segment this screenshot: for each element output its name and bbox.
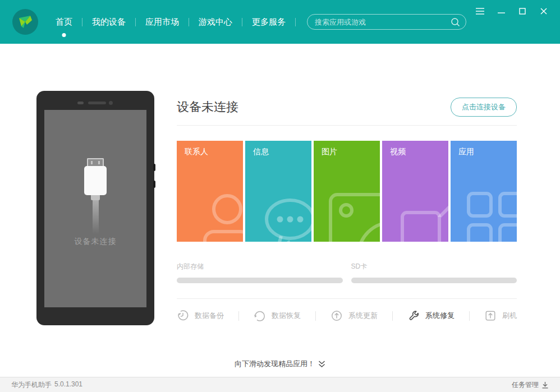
- photos-icon: [327, 191, 380, 242]
- nav-item-app-market[interactable]: 应用市场: [136, 17, 189, 27]
- window-controls: [472, 6, 551, 16]
- version-label: 5.0.1.301: [54, 380, 82, 390]
- nav-separator: [295, 18, 296, 26]
- double-chevron-down-icon: [318, 360, 325, 368]
- main-content: 设备未连接 设备未连接 点击连接设备 联系人: [0, 44, 560, 377]
- sd-card-storage: SD卡: [351, 262, 517, 283]
- photos-icon-label: 图片: [322, 147, 372, 157]
- search-icon[interactable]: [451, 17, 460, 27]
- usb-plug-body: [84, 166, 107, 195]
- backup-clock-icon: [177, 310, 189, 322]
- nav-item-game-center-label: 游戏中心: [199, 17, 232, 26]
- toolbar-separator: [469, 311, 470, 321]
- nav-item-home-label: 首页: [56, 17, 72, 26]
- data-backup-label: 数据备份: [195, 311, 224, 321]
- toolbar-separator: [392, 311, 393, 321]
- contacts-icon: [198, 192, 243, 242]
- connect-device-button[interactable]: 点击连接设备: [451, 98, 517, 117]
- tile-apps[interactable]: 应用: [451, 141, 517, 242]
- phone-speaker: [77, 102, 84, 104]
- nav-item-app-market-label: 应用市场: [145, 17, 179, 26]
- usb-neck: [91, 195, 100, 200]
- apps-icon: [465, 190, 517, 242]
- phone-side-button: [153, 164, 155, 171]
- internal-storage: 内部存储: [177, 262, 343, 283]
- sd-card-storage-bar: [351, 278, 517, 283]
- nav-item-my-devices[interactable]: 我的设备: [82, 17, 135, 27]
- menu-icon[interactable]: [472, 6, 487, 16]
- usb-connector: [87, 158, 104, 166]
- messages-icon: [261, 196, 311, 242]
- sd-card-label: SD卡: [351, 262, 517, 271]
- app-version: 华为手机助手 5.0.1.301: [11, 380, 82, 390]
- system-repair-label: 系统修复: [425, 311, 455, 321]
- usb-cable-icon: [84, 158, 107, 234]
- wrench-icon: [407, 310, 420, 322]
- tile-videos-label: 视频: [390, 147, 440, 157]
- nav-item-home[interactable]: 首页: [46, 17, 82, 27]
- tile-videos[interactable]: 视频: [382, 141, 448, 242]
- phone-camera-dot: [109, 101, 113, 105]
- tile-messages-label: 信息: [253, 147, 304, 157]
- category-tiles: 联系人 信息: [177, 141, 517, 242]
- titlebar: 首页 我的设备 应用市场 游戏中心 更多服务: [0, 0, 560, 44]
- hisuite-logo-icon: [12, 9, 38, 35]
- restore-arrow-icon: [254, 310, 266, 322]
- task-manager-button[interactable]: 任务管理: [512, 380, 549, 390]
- data-restore-label: 数据恢复: [272, 311, 301, 321]
- phone-screen: 设备未连接: [44, 110, 146, 307]
- app-window: 首页 我的设备 应用市场 游戏中心 更多服务: [0, 0, 560, 392]
- device-panel: 设备未连接 点击连接设备 联系人 信息: [177, 98, 517, 322]
- active-tab-dot: [62, 33, 66, 37]
- close-button[interactable]: [536, 6, 551, 16]
- storage-section: 内部存储 SD卡: [177, 262, 517, 283]
- nav-item-my-devices-label: 我的设备: [92, 17, 126, 26]
- tile-apps-label: 应用: [458, 147, 509, 157]
- system-update-button[interactable]: 系统更新: [331, 310, 378, 322]
- search-box[interactable]: [307, 14, 466, 30]
- tile-pictures[interactable]: 图片: [314, 141, 380, 242]
- maximize-button[interactable]: [515, 6, 530, 16]
- phone-side-button: [153, 181, 155, 188]
- flash-upload-icon: [484, 310, 497, 322]
- internal-storage-label: 内部存储: [177, 262, 343, 271]
- status-bar: 华为手机助手 5.0.1.301 任务管理: [0, 377, 560, 392]
- download-tasks-icon: [541, 381, 549, 389]
- tile-messages[interactable]: 信息: [245, 141, 311, 242]
- system-repair-button[interactable]: 系统修复: [407, 310, 455, 322]
- data-restore-button[interactable]: 数据恢复: [254, 310, 301, 322]
- page-title: 设备未连接: [177, 99, 238, 116]
- logo-bird-icon: [16, 12, 35, 31]
- tile-contacts-label: 联系人: [185, 147, 235, 157]
- scroll-down-hint[interactable]: 向下滑动发现精品应用！: [0, 359, 560, 369]
- data-backup-button[interactable]: 数据备份: [177, 310, 224, 322]
- nav-item-game-center[interactable]: 游戏中心: [189, 17, 242, 27]
- tools-toolbar: 数据备份 数据恢复: [177, 310, 517, 322]
- nav-item-more-services[interactable]: 更多服务: [242, 17, 295, 27]
- internal-storage-bar: [177, 278, 343, 283]
- nav-item-more-services-label: 更多服务: [252, 17, 286, 26]
- app-name-label: 华为手机助手: [11, 380, 52, 390]
- flash-rom-button[interactable]: 刷机: [484, 310, 517, 322]
- flash-rom-label: 刷机: [502, 311, 517, 321]
- tile-contacts[interactable]: 联系人: [177, 141, 243, 242]
- videos-icon: [400, 197, 448, 242]
- search-input[interactable]: [315, 18, 451, 26]
- toolbar-separator: [238, 311, 239, 321]
- divider: [177, 125, 517, 126]
- divider: [177, 298, 517, 299]
- usb-wire: [93, 200, 99, 234]
- toolbar-separator: [315, 311, 316, 321]
- update-arrow-icon: [331, 310, 343, 322]
- main-nav: 首页 我的设备 应用市场 游戏中心 更多服务: [46, 0, 296, 44]
- minimize-button[interactable]: [494, 6, 508, 16]
- phone-status-text: 设备未连接: [44, 237, 146, 247]
- phone-illustration: 设备未连接: [36, 91, 154, 325]
- phone-earpiece: [88, 102, 106, 104]
- task-manager-label: 任务管理: [512, 380, 539, 390]
- scroll-down-hint-label: 向下滑动发现精品应用！: [235, 359, 315, 369]
- system-update-label: 系统更新: [348, 311, 378, 321]
